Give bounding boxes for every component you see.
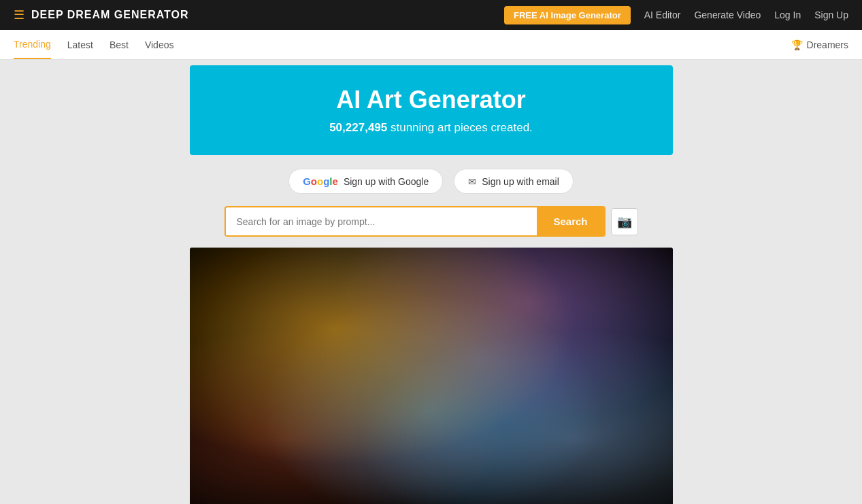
search-button[interactable]: Search (537, 207, 603, 235)
google-signup-label: Sign up with Google (344, 176, 429, 187)
hero-subtitle-text: stunning art pieces created. (391, 121, 533, 134)
search-input-wrapper: Search (225, 206, 606, 237)
email-icon: ✉ (468, 176, 476, 187)
google-signup-button[interactable]: Google Sign up with Google (288, 169, 443, 194)
signup-link[interactable]: Sign Up (814, 10, 848, 20)
swirl-overlay (190, 248, 673, 504)
tab-videos[interactable]: Videos (145, 31, 174, 58)
email-signup-label: Sign up with email (482, 176, 559, 187)
sub-navbar: Trending Latest Best Videos 🏆 Dreamers (0, 30, 862, 60)
art-count: 50,227,495 (329, 121, 387, 134)
top-navbar: ☰ DEEP DREAM GENERATOR FREE AI Image Gen… (0, 0, 862, 30)
search-bar-row: Search 📷 (225, 206, 638, 237)
tab-trending[interactable]: Trending (14, 31, 51, 59)
subnav-tabs: Trending Latest Best Videos (14, 31, 173, 59)
menu-icon[interactable]: ☰ (14, 7, 24, 22)
ai-editor-link[interactable]: AI Editor (644, 10, 681, 20)
dreamers-label: Dreamers (807, 39, 848, 50)
email-signup-button[interactable]: ✉ Sign up with email (454, 169, 574, 194)
google-icon: Google (303, 175, 338, 187)
camera-button[interactable]: 📷 (611, 208, 638, 235)
main-content: AI Art Generator 50,227,495 stunning art… (0, 60, 862, 504)
generate-video-link[interactable]: Generate Video (694, 10, 761, 20)
art-background (190, 248, 673, 504)
signup-row: Google Sign up with Google ✉ Sign up wit… (288, 169, 574, 194)
search-input[interactable] (226, 208, 537, 235)
dreamers-section[interactable]: 🏆 Dreamers (791, 39, 848, 50)
login-link[interactable]: Log In (774, 10, 801, 20)
hero-subtitle: 50,227,495 stunning art pieces created. (217, 121, 646, 135)
free-ai-button[interactable]: FREE AI Image Generator (504, 6, 631, 24)
topnav-right: FREE AI Image Generator AI Editor Genera… (504, 6, 848, 24)
feature-image-container (190, 248, 673, 504)
camera-icon: 📷 (617, 214, 632, 229)
tab-best[interactable]: Best (110, 31, 129, 58)
hero-banner: AI Art Generator 50,227,495 stunning art… (190, 65, 673, 155)
hero-title: AI Art Generator (217, 86, 646, 114)
brand-section: ☰ DEEP DREAM GENERATOR (14, 7, 189, 22)
trophy-icon: 🏆 (791, 39, 803, 50)
tab-latest[interactable]: Latest (67, 31, 93, 58)
feature-image (190, 248, 673, 504)
brand-name: DEEP DREAM GENERATOR (31, 9, 189, 21)
